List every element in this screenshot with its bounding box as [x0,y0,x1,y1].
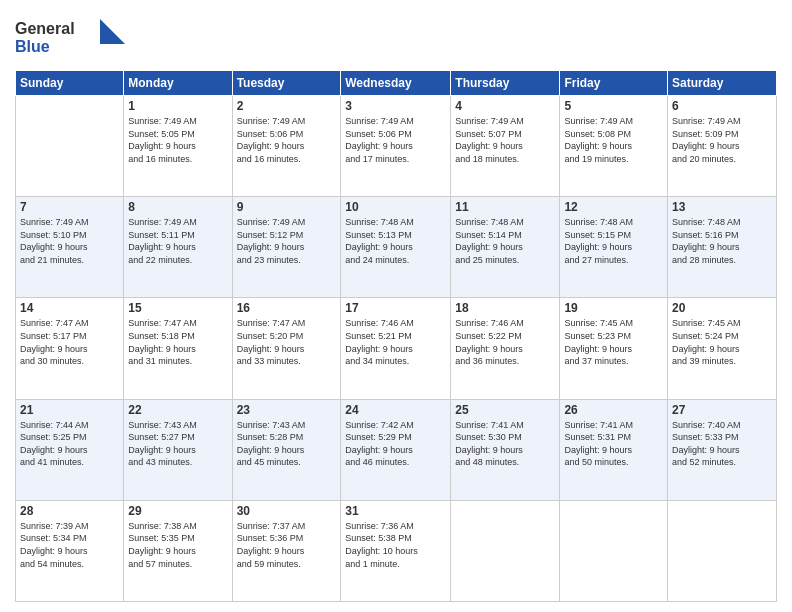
day-info: Sunrise: 7:49 AM Sunset: 5:06 PM Dayligh… [345,115,446,165]
day-number: 28 [20,504,119,518]
calendar-cell [16,96,124,197]
day-number: 10 [345,200,446,214]
weekday-header-thursday: Thursday [451,71,560,96]
calendar-cell: 1Sunrise: 7:49 AM Sunset: 5:05 PM Daylig… [124,96,232,197]
day-info: Sunrise: 7:48 AM Sunset: 5:16 PM Dayligh… [672,216,772,266]
calendar-table: SundayMondayTuesdayWednesdayThursdayFrid… [15,70,777,602]
day-info: Sunrise: 7:37 AM Sunset: 5:36 PM Dayligh… [237,520,337,570]
header: General Blue [15,10,777,62]
day-number: 1 [128,99,227,113]
calendar-cell: 14Sunrise: 7:47 AM Sunset: 5:17 PM Dayli… [16,298,124,399]
weekday-header-monday: Monday [124,71,232,96]
calendar-cell: 27Sunrise: 7:40 AM Sunset: 5:33 PM Dayli… [668,399,777,500]
calendar-week-row: 21Sunrise: 7:44 AM Sunset: 5:25 PM Dayli… [16,399,777,500]
day-info: Sunrise: 7:49 AM Sunset: 5:09 PM Dayligh… [672,115,772,165]
day-number: 27 [672,403,772,417]
calendar-cell: 2Sunrise: 7:49 AM Sunset: 5:06 PM Daylig… [232,96,341,197]
calendar-cell: 31Sunrise: 7:36 AM Sunset: 5:38 PM Dayli… [341,500,451,601]
day-info: Sunrise: 7:45 AM Sunset: 5:24 PM Dayligh… [672,317,772,367]
calendar-cell: 23Sunrise: 7:43 AM Sunset: 5:28 PM Dayli… [232,399,341,500]
day-info: Sunrise: 7:47 AM Sunset: 5:20 PM Dayligh… [237,317,337,367]
calendar-week-row: 7Sunrise: 7:49 AM Sunset: 5:10 PM Daylig… [16,197,777,298]
day-info: Sunrise: 7:46 AM Sunset: 5:22 PM Dayligh… [455,317,555,367]
svg-marker-0 [100,19,125,44]
day-info: Sunrise: 7:45 AM Sunset: 5:23 PM Dayligh… [564,317,663,367]
weekday-header-saturday: Saturday [668,71,777,96]
day-number: 6 [672,99,772,113]
day-info: Sunrise: 7:40 AM Sunset: 5:33 PM Dayligh… [672,419,772,469]
calendar-cell: 21Sunrise: 7:44 AM Sunset: 5:25 PM Dayli… [16,399,124,500]
day-info: Sunrise: 7:39 AM Sunset: 5:34 PM Dayligh… [20,520,119,570]
day-number: 26 [564,403,663,417]
day-info: Sunrise: 7:48 AM Sunset: 5:13 PM Dayligh… [345,216,446,266]
day-number: 2 [237,99,337,113]
calendar-cell: 15Sunrise: 7:47 AM Sunset: 5:18 PM Dayli… [124,298,232,399]
day-number: 8 [128,200,227,214]
day-number: 30 [237,504,337,518]
day-info: Sunrise: 7:49 AM Sunset: 5:08 PM Dayligh… [564,115,663,165]
day-number: 19 [564,301,663,315]
day-number: 11 [455,200,555,214]
day-info: Sunrise: 7:41 AM Sunset: 5:31 PM Dayligh… [564,419,663,469]
day-number: 9 [237,200,337,214]
day-info: Sunrise: 7:49 AM Sunset: 5:10 PM Dayligh… [20,216,119,266]
calendar-cell: 7Sunrise: 7:49 AM Sunset: 5:10 PM Daylig… [16,197,124,298]
day-info: Sunrise: 7:38 AM Sunset: 5:35 PM Dayligh… [128,520,227,570]
calendar-cell: 11Sunrise: 7:48 AM Sunset: 5:14 PM Dayli… [451,197,560,298]
calendar-week-row: 1Sunrise: 7:49 AM Sunset: 5:05 PM Daylig… [16,96,777,197]
weekday-header-friday: Friday [560,71,668,96]
calendar-cell: 29Sunrise: 7:38 AM Sunset: 5:35 PM Dayli… [124,500,232,601]
day-number: 14 [20,301,119,315]
weekday-header-sunday: Sunday [16,71,124,96]
day-number: 20 [672,301,772,315]
weekday-header-tuesday: Tuesday [232,71,341,96]
calendar-cell: 10Sunrise: 7:48 AM Sunset: 5:13 PM Dayli… [341,197,451,298]
logo-text: General Blue [15,14,125,62]
day-info: Sunrise: 7:49 AM Sunset: 5:07 PM Dayligh… [455,115,555,165]
day-info: Sunrise: 7:48 AM Sunset: 5:14 PM Dayligh… [455,216,555,266]
day-info: Sunrise: 7:49 AM Sunset: 5:12 PM Dayligh… [237,216,337,266]
calendar-cell: 18Sunrise: 7:46 AM Sunset: 5:22 PM Dayli… [451,298,560,399]
day-number: 3 [345,99,446,113]
day-info: Sunrise: 7:49 AM Sunset: 5:05 PM Dayligh… [128,115,227,165]
svg-text:Blue: Blue [15,38,50,55]
calendar-cell: 4Sunrise: 7:49 AM Sunset: 5:07 PM Daylig… [451,96,560,197]
day-info: Sunrise: 7:44 AM Sunset: 5:25 PM Dayligh… [20,419,119,469]
day-info: Sunrise: 7:48 AM Sunset: 5:15 PM Dayligh… [564,216,663,266]
calendar-cell: 24Sunrise: 7:42 AM Sunset: 5:29 PM Dayli… [341,399,451,500]
day-number: 12 [564,200,663,214]
day-info: Sunrise: 7:47 AM Sunset: 5:17 PM Dayligh… [20,317,119,367]
calendar-cell: 12Sunrise: 7:48 AM Sunset: 5:15 PM Dayli… [560,197,668,298]
calendar-cell: 25Sunrise: 7:41 AM Sunset: 5:30 PM Dayli… [451,399,560,500]
day-number: 17 [345,301,446,315]
day-number: 15 [128,301,227,315]
calendar-cell: 9Sunrise: 7:49 AM Sunset: 5:12 PM Daylig… [232,197,341,298]
day-number: 31 [345,504,446,518]
calendar-cell: 6Sunrise: 7:49 AM Sunset: 5:09 PM Daylig… [668,96,777,197]
calendar-week-row: 28Sunrise: 7:39 AM Sunset: 5:34 PM Dayli… [16,500,777,601]
day-number: 21 [20,403,119,417]
calendar-cell: 16Sunrise: 7:47 AM Sunset: 5:20 PM Dayli… [232,298,341,399]
calendar-cell [451,500,560,601]
day-info: Sunrise: 7:42 AM Sunset: 5:29 PM Dayligh… [345,419,446,469]
day-number: 18 [455,301,555,315]
day-info: Sunrise: 7:43 AM Sunset: 5:27 PM Dayligh… [128,419,227,469]
calendar-cell: 30Sunrise: 7:37 AM Sunset: 5:36 PM Dayli… [232,500,341,601]
calendar-cell [560,500,668,601]
calendar-cell: 22Sunrise: 7:43 AM Sunset: 5:27 PM Dayli… [124,399,232,500]
day-info: Sunrise: 7:41 AM Sunset: 5:30 PM Dayligh… [455,419,555,469]
day-number: 16 [237,301,337,315]
calendar-cell: 28Sunrise: 7:39 AM Sunset: 5:34 PM Dayli… [16,500,124,601]
page: General Blue SundayMondayTuesdayWednesda… [0,0,792,612]
day-info: Sunrise: 7:47 AM Sunset: 5:18 PM Dayligh… [128,317,227,367]
calendar-cell: 19Sunrise: 7:45 AM Sunset: 5:23 PM Dayli… [560,298,668,399]
calendar-cell: 8Sunrise: 7:49 AM Sunset: 5:11 PM Daylig… [124,197,232,298]
weekday-header-wednesday: Wednesday [341,71,451,96]
day-number: 13 [672,200,772,214]
day-number: 24 [345,403,446,417]
svg-text:General: General [15,20,75,37]
weekday-header-row: SundayMondayTuesdayWednesdayThursdayFrid… [16,71,777,96]
calendar-cell: 3Sunrise: 7:49 AM Sunset: 5:06 PM Daylig… [341,96,451,197]
day-info: Sunrise: 7:49 AM Sunset: 5:06 PM Dayligh… [237,115,337,165]
calendar-cell: 13Sunrise: 7:48 AM Sunset: 5:16 PM Dayli… [668,197,777,298]
